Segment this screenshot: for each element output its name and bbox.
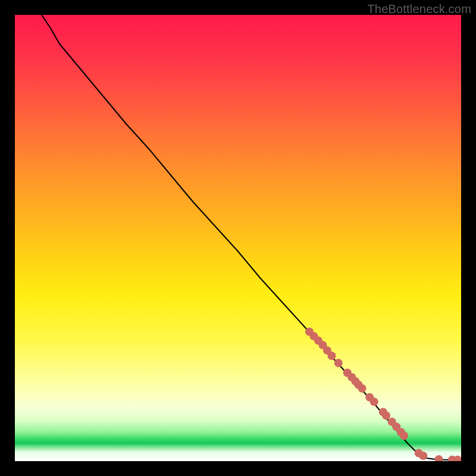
data-dot: [419, 452, 427, 460]
plot-area: [15, 15, 461, 461]
chart-frame: TheBottleneck.com: [0, 0, 476, 476]
data-dot: [382, 412, 390, 420]
curve-line: [42, 15, 461, 460]
curve-path: [42, 15, 461, 460]
data-dot: [358, 384, 367, 393]
data-dot: [334, 359, 343, 367]
watermark-text: TheBottleneck.com: [367, 2, 471, 16]
data-dot: [370, 397, 378, 406]
data-dot: [400, 431, 408, 440]
data-dot: [435, 455, 443, 461]
chart-svg-layer: [15, 15, 461, 461]
data-dot: [328, 352, 336, 360]
data-dots: [305, 328, 461, 462]
